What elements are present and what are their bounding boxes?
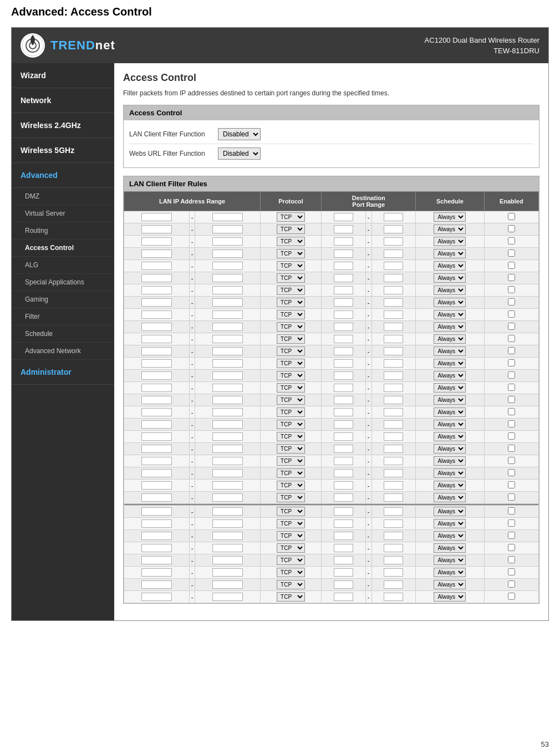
ip-end-cell[interactable]	[195, 492, 261, 504]
schedule-cell[interactable]: Always	[416, 455, 484, 467]
enabled-checkbox[interactable]	[508, 544, 515, 551]
protocol-cell[interactable]: TCPUDPBothICMP	[261, 443, 322, 455]
protocol-cell[interactable]: TCPUDPBothICMP	[261, 260, 322, 272]
schedule-select[interactable]: Always	[434, 420, 466, 429]
ip-end-cell[interactable]	[195, 554, 261, 567]
port-start-input[interactable]	[334, 262, 353, 270]
ip-start-input[interactable]	[141, 420, 172, 429]
ip-end-input[interactable]	[212, 298, 243, 307]
port-end-input[interactable]	[384, 532, 403, 540]
protocol-select[interactable]: TCPUDPBothICMP	[277, 359, 305, 368]
port-end-input[interactable]	[384, 507, 403, 516]
ip-end-input[interactable]	[212, 457, 243, 465]
ip-end-input[interactable]	[212, 384, 243, 392]
sidebar-subitem-filter[interactable]: Filter	[12, 308, 114, 325]
port-end-input[interactable]	[384, 396, 403, 404]
enabled-cell[interactable]	[484, 554, 538, 567]
protocol-cell[interactable]: TCPUDPBothICMP	[261, 394, 322, 406]
enabled-checkbox[interactable]	[508, 286, 515, 293]
ip-end-cell[interactable]	[195, 419, 261, 431]
ip-start-cell[interactable]	[124, 345, 190, 358]
ip-end-input[interactable]	[212, 469, 243, 477]
protocol-select[interactable]: TCPUDPBothICMP	[277, 580, 305, 589]
schedule-cell[interactable]: Always	[416, 431, 484, 443]
ip-end-cell[interactable]	[195, 333, 261, 345]
port-start-input[interactable]	[334, 274, 353, 282]
port-end-input[interactable]	[384, 445, 403, 453]
port-start-input[interactable]	[334, 408, 353, 416]
schedule-cell[interactable]: Always	[416, 467, 484, 480]
enabled-cell[interactable]	[484, 358, 538, 370]
ip-end-input[interactable]	[212, 593, 243, 601]
enabled-cell[interactable]	[484, 321, 538, 333]
port-start-cell[interactable]	[322, 211, 366, 223]
ip-end-input[interactable]	[212, 420, 243, 429]
schedule-select[interactable]: Always	[434, 273, 466, 283]
port-end-cell[interactable]	[371, 321, 416, 333]
port-end-cell[interactable]	[371, 260, 416, 272]
ip-start-input[interactable]	[141, 213, 172, 221]
port-end-input[interactable]	[384, 286, 403, 294]
protocol-cell[interactable]: TCPUDPBothICMP	[261, 333, 322, 345]
protocol-select[interactable]: TCPUDPBothICMP	[277, 371, 305, 380]
protocol-cell[interactable]: TCPUDPBothICMP	[261, 358, 322, 370]
enabled-cell[interactable]	[484, 455, 538, 467]
protocol-cell[interactable]: TCPUDPBothICMP	[261, 211, 322, 223]
ip-start-cell[interactable]	[124, 211, 190, 223]
ip-start-cell[interactable]	[124, 284, 190, 297]
enabled-cell[interactable]	[484, 333, 538, 345]
port-end-cell[interactable]	[371, 370, 416, 382]
ip-end-cell[interactable]	[195, 211, 261, 223]
enabled-checkbox[interactable]	[508, 432, 515, 440]
port-start-input[interactable]	[334, 432, 353, 441]
enabled-cell[interactable]	[484, 309, 538, 321]
schedule-select[interactable]: Always	[434, 286, 466, 295]
port-start-input[interactable]	[334, 249, 353, 258]
ip-start-input[interactable]	[141, 493, 172, 502]
protocol-cell[interactable]: TCPUDPBothICMP	[261, 309, 322, 321]
enabled-cell[interactable]	[484, 260, 538, 272]
protocol-cell[interactable]: TCPUDPBothICMP	[261, 567, 322, 579]
schedule-select[interactable]: Always	[434, 212, 466, 222]
ip-end-input[interactable]	[212, 286, 243, 294]
ip-start-cell[interactable]	[124, 260, 190, 272]
ip-start-cell[interactable]	[124, 370, 190, 382]
protocol-select[interactable]: TCPUDPBothICMP	[277, 298, 305, 307]
ip-start-input[interactable]	[141, 580, 172, 589]
port-end-input[interactable]	[384, 568, 403, 577]
ip-start-cell[interactable]	[124, 554, 190, 567]
protocol-select[interactable]: TCPUDPBothICMP	[277, 310, 305, 319]
protocol-select[interactable]: TCPUDPBothICMP	[277, 592, 305, 602]
ip-start-cell[interactable]	[124, 506, 190, 518]
port-start-cell[interactable]	[322, 370, 366, 382]
port-start-cell[interactable]	[322, 518, 366, 530]
sidebar-subitem-schedule[interactable]: Schedule	[12, 325, 114, 343]
webs-url-filter-control[interactable]: Disabled Enabled	[218, 147, 261, 160]
schedule-cell[interactable]: Always	[416, 567, 484, 579]
enabled-checkbox[interactable]	[508, 457, 515, 464]
sidebar-item-administrator[interactable]: Administrator	[12, 360, 114, 385]
ip-end-input[interactable]	[212, 310, 243, 319]
ip-end-cell[interactable]	[195, 467, 261, 480]
enabled-cell[interactable]	[484, 406, 538, 419]
schedule-cell[interactable]: Always	[416, 248, 484, 260]
port-end-input[interactable]	[384, 544, 403, 552]
ip-start-input[interactable]	[141, 225, 172, 233]
port-end-input[interactable]	[384, 310, 403, 319]
ip-start-input[interactable]	[141, 408, 172, 416]
schedule-select[interactable]: Always	[434, 334, 466, 344]
ip-start-cell[interactable]	[124, 382, 190, 394]
port-start-input[interactable]	[334, 371, 353, 380]
schedule-cell[interactable]: Always	[416, 394, 484, 406]
port-end-input[interactable]	[384, 420, 403, 429]
port-end-input[interactable]	[384, 556, 403, 564]
port-start-input[interactable]	[334, 225, 353, 233]
schedule-cell[interactable]: Always	[416, 284, 484, 297]
ip-end-input[interactable]	[212, 556, 243, 564]
sidebar-item-advanced[interactable]: Advanced	[12, 163, 114, 188]
port-end-input[interactable]	[384, 580, 403, 589]
ip-start-input[interactable]	[141, 481, 172, 490]
ip-start-cell[interactable]	[124, 309, 190, 321]
port-end-cell[interactable]	[371, 345, 416, 358]
ip-end-cell[interactable]	[195, 518, 261, 530]
